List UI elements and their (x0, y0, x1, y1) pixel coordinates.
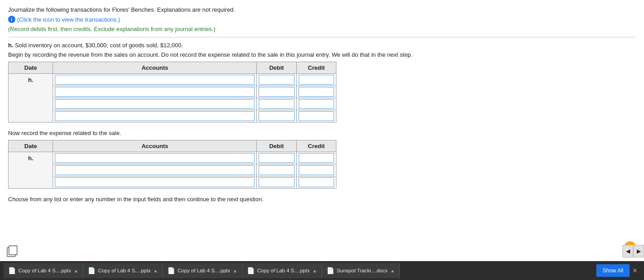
accounts-input-cell-1-4 (53, 110, 257, 122)
credit-cell-2-2 (296, 164, 336, 176)
green-note: (Record debits first, then credits. Excl… (8, 26, 636, 32)
click-transactions-link[interactable]: (Click the icon to view the transactions… (17, 16, 120, 23)
credit-input-2-3[interactable] (299, 177, 334, 187)
credit-input-1-3[interactable] (299, 99, 334, 109)
accounts-input-cell-2-3 (53, 176, 257, 189)
table-row: h. (9, 152, 336, 164)
accounts-input-cell-1-1 (53, 74, 257, 86)
debit-cell-2-2 (257, 164, 296, 176)
credit-cell-1-3 (296, 98, 336, 110)
accounts-input-2-1[interactable] (55, 153, 255, 163)
debit-input-1-3[interactable] (259, 99, 294, 109)
debit-input-2-2[interactable] (259, 165, 294, 175)
table-row: h. (9, 74, 336, 86)
credit-cell-1-2 (296, 86, 336, 98)
debit-cell-1-4 (257, 110, 296, 122)
accounts-input-2-2[interactable] (55, 165, 255, 175)
header-debit-2: Debit (257, 140, 296, 152)
credit-cell-2-3 (296, 176, 336, 189)
date-cell-1: h. (9, 74, 53, 122)
debit-cell-1-2 (257, 86, 296, 98)
accounts-input-cell-2-2 (53, 164, 257, 176)
debit-input-1-4[interactable] (259, 111, 294, 121)
date-cell-2: h. (9, 152, 53, 189)
credit-input-1-2[interactable] (299, 87, 334, 97)
credit-cell-1-4 (296, 110, 336, 122)
debit-cell-1-3 (257, 98, 296, 110)
main-content: Journalize the following transactions fo… (0, 0, 644, 212)
divider (8, 37, 636, 37)
debit-cell-2-3 (257, 176, 296, 189)
accounts-input-1-3[interactable] (55, 99, 255, 109)
table-row (9, 98, 336, 110)
accounts-input-1-2[interactable] (55, 87, 255, 97)
header-date-1: Date (9, 62, 53, 74)
journal-table-revenue: Date Accounts Debit Credit h. (8, 62, 336, 122)
accounts-input-1-1[interactable] (55, 75, 255, 85)
debit-input-1-2[interactable] (259, 87, 294, 97)
header-accounts-1: Accounts (53, 62, 257, 74)
choose-text: Choose from any list or enter any number… (8, 196, 636, 203)
info-icon[interactable]: i (8, 16, 15, 23)
credit-input-1-1[interactable] (299, 75, 334, 85)
debit-input-2-3[interactable] (259, 177, 294, 187)
table-row (9, 164, 336, 176)
header-date-2: Date (9, 140, 53, 152)
accounts-input-cell-2-1 (53, 152, 257, 164)
transaction-h-label: h. Sold inventory on account, $30,000; c… (8, 42, 636, 49)
credit-input-2-2[interactable] (299, 165, 334, 175)
main-instruction: Journalize the following transactions fo… (8, 6, 636, 13)
header-accounts-2: Accounts (53, 140, 257, 152)
revenue-instruction: Begin by recording the revenue from the … (8, 51, 636, 58)
debit-input-2-1[interactable] (259, 153, 294, 163)
table-row (9, 110, 336, 122)
accounts-input-2-3[interactable] (55, 177, 255, 187)
accounts-input-cell-1-3 (53, 98, 257, 110)
credit-cell-1-1 (296, 74, 336, 86)
debit-cell-2-1 (257, 152, 296, 164)
header-credit-2: Credit (296, 140, 336, 152)
table-row (9, 176, 336, 189)
accounts-input-1-4[interactable] (55, 111, 255, 121)
debit-cell-1-1 (257, 74, 296, 86)
credit-input-1-4[interactable] (299, 111, 334, 121)
header-debit-1: Debit (257, 62, 296, 74)
expense-instruction: Now record the expense related to the sa… (8, 130, 636, 136)
header-credit-1: Credit (296, 62, 336, 74)
table-row (9, 86, 336, 98)
accounts-input-cell-1-2 (53, 86, 257, 98)
debit-input-1-1[interactable] (259, 75, 294, 85)
credit-cell-2-1 (296, 152, 336, 164)
credit-input-2-1[interactable] (299, 153, 334, 163)
journal-table-expense: Date Accounts Debit Credit h. (8, 140, 336, 189)
